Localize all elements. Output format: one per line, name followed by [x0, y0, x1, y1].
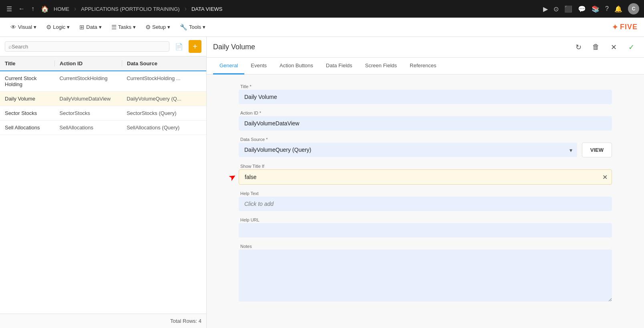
top-nav-right-icons: ▶ ⊙ ⬛ 💬 📚 ? 🔔 C [543, 3, 639, 14]
col-header-action-id: Action ID [54, 60, 122, 66]
help-url-field: Help URL [239, 217, 612, 237]
row-data-source: DailyVolumeQuery (Q... [122, 96, 201, 102]
tab-screen-fields[interactable]: Screen Fields [359, 58, 403, 74]
up-icon[interactable]: ↑ [30, 4, 36, 14]
toolbar-tasks[interactable]: ☰ Tasks ▾ [107, 21, 140, 33]
toolbar-logic-label: Logic [53, 24, 65, 30]
data-source-input[interactable] [239, 143, 577, 157]
play-icon[interactable]: ▶ [543, 5, 548, 13]
table-row[interactable]: Current Stock Holding CurrentStockHoldin… [0, 71, 206, 92]
dropdown-arrow-icon: ▾ [570, 147, 572, 153]
table-header: Title Action ID Data Source [0, 56, 206, 71]
visual-dropdown-icon: ▾ [34, 24, 36, 30]
row-action-id: SellAllocations [55, 125, 122, 131]
data-table: Title Action ID Data Source Current Stoc… [0, 56, 206, 314]
row-data-source: SectorStocks (Query) [122, 110, 201, 116]
tab-data-fields[interactable]: Data Fields [320, 58, 359, 74]
stop-icon[interactable]: ⬛ [564, 5, 572, 13]
left-panel: ⌕ 📄 + Title Action ID Data Source Curren… [0, 37, 207, 328]
tabs-bar: General Events Action Buttons Data Field… [207, 58, 644, 74]
books-icon[interactable]: 📚 [592, 5, 600, 13]
help-text-label: Help Text [239, 191, 612, 196]
table-footer: Total Rows: 4 [0, 314, 206, 328]
breadcrumb-dataviews[interactable]: DATA VIEWS [191, 6, 223, 12]
action-id-field: Action ID * [239, 111, 612, 131]
top-nav: ☰ ← ↑ 🏠 HOME › APPLICATIONS (PORTFOLIO T… [0, 0, 644, 18]
setup-icon: ⚙ [145, 24, 151, 31]
search-nav-icon[interactable]: ⊙ [553, 5, 559, 13]
menu-icon[interactable]: ☰ [5, 4, 14, 14]
back-icon[interactable]: ← [17, 4, 26, 14]
breadcrumb-home[interactable]: HOME [54, 6, 69, 12]
action-id-input[interactable] [239, 116, 612, 131]
toolbar-setup-label: Setup [152, 24, 166, 30]
col-header-data-source: Data Source [122, 60, 201, 66]
data-dropdown-icon: ▾ [99, 24, 102, 30]
close-button[interactable]: ✕ [607, 41, 620, 54]
tab-action-buttons[interactable]: Action Buttons [273, 58, 320, 74]
breadcrumb-app[interactable]: APPLICATIONS (PORTFOLIO TRAINING) [81, 6, 179, 12]
help-text-input[interactable] [239, 197, 612, 211]
visual-icon: 👁 [10, 24, 16, 30]
doc-button[interactable]: 📄 [173, 40, 185, 53]
tab-events[interactable]: Events [244, 58, 273, 74]
five-logo: ✦ FIVE [612, 23, 638, 32]
toolbar-data-label: Data [86, 24, 97, 30]
data-source-field: Data Source * ▾ VIEW [239, 137, 612, 157]
delete-button[interactable]: 🗑 [590, 41, 602, 54]
breadcrumb-sep-1: › [74, 5, 76, 12]
main-toolbar: 👁 Visual ▾ ⚙ Logic ▾ ⊞ Data ▾ ☰ Tasks ▾ … [0, 18, 644, 37]
row-data-source: CurrentStockHolding ... [122, 75, 201, 87]
breadcrumb-sep-2: › [185, 5, 187, 12]
toolbar-tools[interactable]: 🔧 Tools ▾ [176, 21, 209, 33]
show-title-if-input[interactable] [239, 170, 612, 184]
save-button[interactable]: ✓ [625, 41, 638, 54]
logic-icon: ⚙ [46, 24, 51, 31]
data-icon: ⊞ [79, 24, 85, 31]
add-button[interactable]: + [189, 40, 201, 53]
notes-label: Notes [239, 244, 612, 249]
toolbar-logic[interactable]: ⚙ Logic ▾ [42, 21, 74, 33]
help-icon[interactable]: ? [605, 5, 609, 12]
help-url-input[interactable] [239, 223, 612, 237]
row-title: Sector Stocks [5, 110, 55, 116]
toolbar-setup[interactable]: ⚙ Setup ▾ [141, 21, 174, 33]
toolbar-tools-label: Tools [189, 24, 201, 30]
logic-dropdown-icon: ▾ [67, 24, 70, 30]
five-logo-text: FIVE [620, 23, 638, 31]
avatar[interactable]: C [628, 3, 639, 14]
row-action-id: SectorStocks [55, 110, 122, 116]
tasks-icon: ☰ [111, 24, 117, 31]
view-button[interactable]: VIEW [582, 143, 612, 157]
tools-icon: 🔧 [180, 24, 187, 31]
toolbar-data[interactable]: ⊞ Data ▾ [75, 21, 105, 33]
toolbar-visual[interactable]: 👁 Visual ▾ [6, 21, 40, 33]
notes-textarea[interactable] [239, 250, 612, 302]
table-row[interactable]: Sector Stocks SectorStocks SectorStocks … [0, 106, 206, 121]
bell-icon[interactable]: 🔔 [614, 5, 622, 13]
clear-button[interactable]: ✕ [602, 173, 608, 181]
main-layout: ⌕ 📄 + Title Action ID Data Source Curren… [0, 37, 644, 328]
show-title-if-field: Show Title If ➤ ✕ [239, 164, 612, 185]
search-input[interactable] [12, 44, 166, 50]
home-icon[interactable]: 🏠 [39, 4, 50, 14]
title-input[interactable] [239, 90, 612, 104]
row-title: Daily Volume [5, 96, 55, 102]
action-id-label: Action ID * [239, 111, 612, 115]
total-rows-label: Total Rows: 4 [170, 318, 201, 324]
show-title-if-label: Show Title If [239, 164, 612, 169]
table-row[interactable]: Daily Volume DailyVolumeDataView DailyVo… [0, 92, 206, 106]
chat-icon[interactable]: 💬 [578, 5, 586, 13]
data-source-label: Data Source * [239, 137, 612, 142]
tasks-dropdown-icon: ▾ [133, 24, 136, 30]
table-row[interactable]: Sell Allocations SellAllocations SellAll… [0, 121, 206, 135]
row-title: Sell Allocations [5, 125, 55, 131]
help-text-field: Help Text [239, 191, 612, 211]
panel-title: Daily Volume [213, 43, 572, 51]
tab-general[interactable]: General [213, 58, 244, 74]
refresh-button[interactable]: ↻ [572, 41, 585, 54]
tab-references[interactable]: References [403, 58, 443, 74]
search-icon: ⌕ [8, 43, 12, 50]
search-box[interactable]: ⌕ [5, 41, 169, 52]
left-panel-toolbar: ⌕ 📄 + [0, 37, 206, 56]
